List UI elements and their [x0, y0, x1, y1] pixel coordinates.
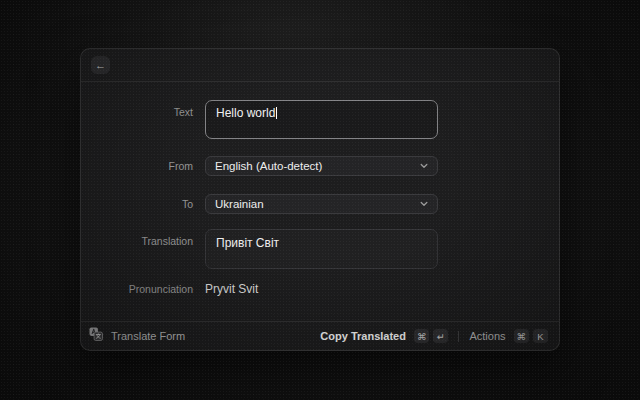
- text-input-value: Hello world: [216, 106, 275, 120]
- cmd-key-glyph: ⌘: [517, 331, 527, 342]
- pronunciation-value: Pryvit Svit: [205, 283, 438, 296]
- translation-field-row: Translation Привіт Світ: [81, 229, 559, 269]
- to-field-row: To Ukrainian: [81, 194, 559, 214]
- translation-field-label: Translation: [81, 229, 193, 248]
- chevron-down-icon: [420, 163, 428, 169]
- translate-form: Text Hello world From English (Auto-dete…: [81, 82, 559, 321]
- pronunciation-row: Pronunciation Pryvit Svit: [81, 283, 559, 296]
- window-footer: Translate Form Copy Translated ⌘ ↵ Actio…: [81, 321, 559, 350]
- cmd-key-glyph: ⌘: [417, 331, 427, 342]
- copy-translated-button[interactable]: Copy Translated: [320, 330, 406, 342]
- to-select-value: Ukrainian: [215, 198, 264, 210]
- k-key-glyph: K: [537, 331, 543, 342]
- from-field-row: From English (Auto-detect): [81, 156, 559, 176]
- footer-app-info: Translate Form: [89, 327, 185, 345]
- translate-icon: [89, 327, 103, 345]
- translation-value: Привіт Світ: [216, 236, 279, 250]
- to-field-label: To: [81, 194, 193, 214]
- text-field-row: Text Hello world: [81, 100, 559, 139]
- cmd-keycap: ⌘: [514, 329, 530, 343]
- enter-keycap: ↵: [433, 329, 448, 343]
- to-select[interactable]: Ukrainian: [205, 194, 438, 214]
- cmd-keycap: ⌘: [414, 329, 430, 343]
- from-select-value: English (Auto-detect): [215, 160, 322, 172]
- text-caret: [276, 107, 277, 119]
- chevron-down-icon: [420, 201, 428, 207]
- window-header: ←: [81, 49, 559, 82]
- back-button[interactable]: ←: [91, 56, 110, 74]
- enter-key-glyph: ↵: [437, 331, 445, 342]
- translate-form-window: ← Text Hello world From English (Auto-de…: [80, 48, 560, 351]
- from-select[interactable]: English (Auto-detect): [205, 156, 438, 176]
- k-keycap: K: [533, 329, 548, 343]
- actions-menu-button[interactable]: Actions: [469, 330, 505, 342]
- footer-actions: Copy Translated ⌘ ↵ Actions ⌘ K: [320, 329, 548, 343]
- footer-app-name: Translate Form: [111, 330, 185, 342]
- back-arrow-icon: ←: [95, 60, 106, 71]
- footer-divider: [458, 331, 459, 342]
- from-field-label: From: [81, 156, 193, 176]
- text-input[interactable]: Hello world: [205, 100, 438, 139]
- translation-textarea[interactable]: Привіт Світ: [205, 229, 438, 269]
- text-field-label: Text: [81, 100, 193, 119]
- pronunciation-label: Pronunciation: [81, 283, 193, 296]
